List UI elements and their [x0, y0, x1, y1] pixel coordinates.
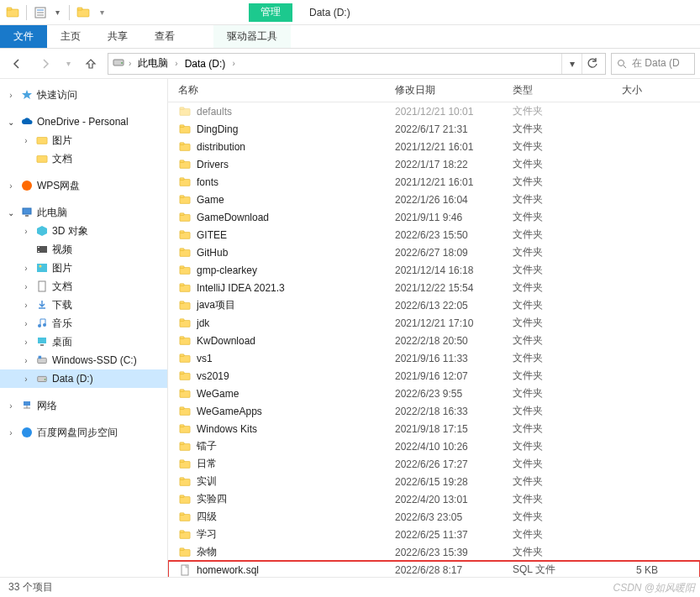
sidebar-3d-objects[interactable]: › 3D 对象: [0, 222, 167, 240]
breadcrumb-this-pc[interactable]: 此电脑: [134, 56, 171, 71]
chevron-right-icon[interactable]: ›: [5, 401, 17, 411]
file-row[interactable]: 实验四2022/4/20 13:01文件夹: [168, 490, 700, 508]
sidebar-baidu[interactable]: › 百度网盘同步空间: [0, 423, 167, 442]
chevron-right-icon[interactable]: ›: [20, 264, 32, 273]
chevron-right-icon[interactable]: ›: [5, 91, 17, 100]
sidebar-pictures[interactable]: › 图片: [0, 131, 167, 149]
sidebar-documents2[interactable]: › 文档: [0, 277, 167, 296]
file-name: fonts: [197, 176, 395, 188]
file-row[interactable]: 实训2022/6/15 19:28文件夹: [168, 473, 700, 490]
chevron-right-icon[interactable]: ›: [20, 136, 32, 145]
chevron-right-icon[interactable]: ›: [20, 338, 32, 347]
file-type: 文件夹: [513, 210, 622, 224]
sidebar-documents[interactable]: 文档: [0, 149, 167, 168]
file-list[interactable]: defaults2021/12/21 10:01文件夹DingDing2022/…: [168, 102, 700, 577]
file-row[interactable]: Drivers2022/1/17 18:22文件夹: [168, 155, 700, 173]
file-row[interactable]: Windows Kits2021/9/18 17:15文件夹: [168, 420, 700, 437]
sidebar-data-d[interactable]: › Data (D:): [0, 369, 167, 388]
forward-button[interactable]: [34, 52, 57, 76]
chevron-right-icon[interactable]: ›: [20, 374, 32, 384]
column-date[interactable]: 修改日期: [395, 83, 513, 97]
breadcrumb-current[interactable]: Data (D:): [182, 58, 229, 70]
file-row[interactable]: GitHub2022/6/27 18:09文件夹: [168, 244, 700, 261]
column-type[interactable]: 类型: [513, 83, 622, 97]
chevron-right-icon[interactable]: ›: [20, 356, 32, 365]
sidebar-quick-access[interactable]: › 快速访问: [0, 86, 167, 104]
file-row[interactable]: defaults2021/12/21 10:01文件夹: [168, 102, 700, 120]
titlebar: ▾ ▾ 管理 Data (D:): [0, 0, 700, 25]
file-row[interactable]: homework.sql2022/6/28 8:17SQL 文件5 KB: [168, 561, 700, 577]
tab-share[interactable]: 共享: [94, 25, 141, 48]
recent-dropdown[interactable]: ▾: [62, 52, 74, 76]
sidebar-wps[interactable]: › WPS网盘: [0, 176, 167, 195]
sidebar-pictures2[interactable]: › 图片: [0, 259, 167, 277]
file-row[interactable]: GITEE2022/6/23 15:50文件夹: [168, 226, 700, 244]
back-button[interactable]: [5, 52, 29, 76]
svg-rect-32: [24, 401, 30, 406]
file-row[interactable]: IntelliJ IDEA 2021.32021/12/22 15:54文件夹: [168, 279, 700, 296]
sidebar-windows-ssd[interactable]: › Windows-SSD (C:): [0, 351, 167, 369]
chevron-right-icon[interactable]: ›: [5, 428, 17, 437]
file-row[interactable]: vs12021/9/16 11:33文件夹: [168, 349, 700, 367]
file-row[interactable]: 四级2022/6/3 23:05文件夹: [168, 508, 700, 526]
file-row[interactable]: WeGame2022/6/23 9:55文件夹: [168, 385, 700, 402]
address-bar[interactable]: › 此电脑 › Data (D:) › ▾: [108, 53, 606, 75]
file-row[interactable]: 镭子2022/4/10 10:26文件夹: [168, 437, 700, 455]
svg-point-9: [121, 62, 123, 64]
folder-icon: [178, 405, 192, 418]
svg-rect-47: [180, 195, 184, 197]
chevron-down-icon[interactable]: ⌄: [5, 208, 17, 217]
sidebar-this-pc[interactable]: ⌄ 此电脑: [0, 203, 167, 222]
chevron-right-icon[interactable]: ›: [129, 59, 131, 68]
chevron-down-icon[interactable]: ⌄: [5, 118, 17, 127]
sidebar-videos[interactable]: 视频: [0, 240, 167, 259]
file-row[interactable]: GameDownload2021/9/11 9:46文件夹: [168, 208, 700, 226]
sidebar-music[interactable]: › 音乐: [0, 314, 167, 333]
column-size[interactable]: 大小: [622, 83, 700, 97]
up-button[interactable]: [79, 52, 103, 76]
sidebar-desktop[interactable]: › 桌面: [0, 333, 167, 351]
file-row[interactable]: vs20192021/9/16 12:07文件夹: [168, 367, 700, 385]
refresh-button[interactable]: [582, 54, 602, 74]
sidebar-network[interactable]: › 网络: [0, 396, 167, 415]
chevron-right-icon[interactable]: ›: [232, 59, 234, 68]
chevron-right-icon[interactable]: ›: [175, 59, 177, 68]
file-row[interactable]: KwDownload2022/2/18 20:50文件夹: [168, 332, 700, 349]
chevron-right-icon[interactable]: ›: [20, 282, 32, 291]
window-title: Data (D:): [309, 7, 350, 18]
sidebar-onedrive[interactable]: ⌄ OneDrive - Personal: [0, 113, 167, 131]
file-row[interactable]: 学习2022/6/25 11:37文件夹: [168, 526, 700, 543]
tab-file[interactable]: 文件: [0, 25, 47, 48]
column-name[interactable]: 名称: [178, 83, 395, 97]
file-row[interactable]: 杂物2022/6/23 15:39文件夹: [168, 543, 700, 561]
sidebar-downloads[interactable]: › 下载: [0, 296, 167, 314]
folder-icon: [178, 299, 192, 312]
file-row[interactable]: java项目2022/6/13 22:05文件夹: [168, 296, 700, 314]
file-row[interactable]: fonts2021/12/21 16:01文件夹: [168, 173, 700, 191]
tab-drive-tools[interactable]: 驱动器工具: [213, 25, 291, 48]
file-row[interactable]: jdk2021/12/21 17:10文件夹: [168, 314, 700, 332]
qat-customize-icon[interactable]: ▾: [94, 5, 109, 20]
chevron-right-icon[interactable]: ›: [20, 301, 32, 310]
new-folder-icon[interactable]: [76, 5, 91, 20]
file-row[interactable]: gmp-clearkey2021/12/14 16:18文件夹: [168, 261, 700, 279]
navigation-pane[interactable]: › 快速访问 ⌄ OneDrive - Personal › 图片 文档 › W…: [0, 79, 168, 577]
tab-view[interactable]: 查看: [141, 25, 188, 48]
properties-icon[interactable]: [33, 5, 48, 20]
svg-rect-43: [180, 160, 184, 162]
tab-home[interactable]: 主页: [47, 25, 94, 48]
file-row[interactable]: DingDing2022/6/17 21:31文件夹: [168, 120, 700, 138]
file-row[interactable]: Game2022/1/26 16:04文件夹: [168, 191, 700, 208]
search-input[interactable]: 在 Data (D: [611, 53, 695, 75]
file-row[interactable]: distribution2021/12/21 16:01文件夹: [168, 138, 700, 155]
history-dropdown[interactable]: ▾: [561, 54, 582, 74]
chevron-down-icon[interactable]: ▾: [51, 8, 63, 17]
folder-icon: [178, 211, 192, 224]
file-row[interactable]: WeGameApps2022/2/18 16:33文件夹: [168, 402, 700, 420]
chevron-right-icon[interactable]: ›: [5, 181, 17, 191]
chevron-right-icon[interactable]: ›: [20, 227, 32, 236]
file-name: 杂物: [197, 545, 395, 559]
folder-icon: [178, 422, 192, 436]
chevron-right-icon[interactable]: ›: [20, 319, 32, 328]
file-row[interactable]: 日常2022/6/26 17:27文件夹: [168, 455, 700, 473]
